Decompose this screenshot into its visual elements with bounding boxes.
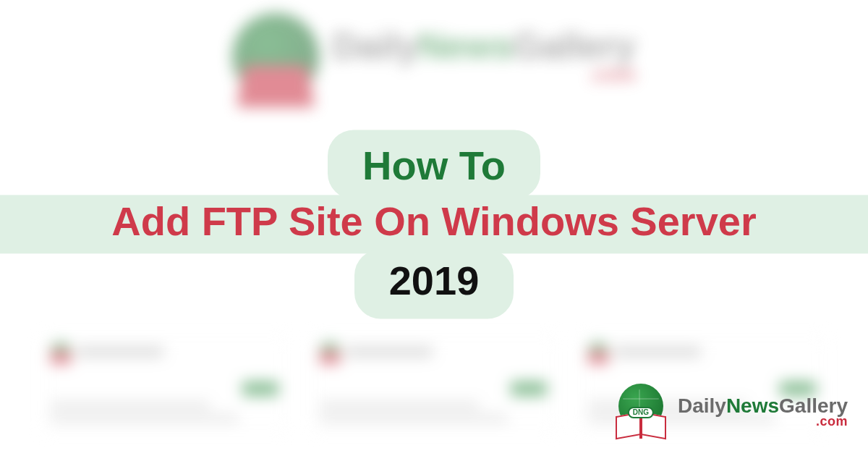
bg-header-logo: DailyNewsGallery .com: [232, 13, 636, 100]
title-card: How To Add FTP Site On Windows Server 20…: [0, 130, 868, 318]
brand-word-news: News: [726, 394, 779, 417]
bg-header-brand-text: DailyNewsGallery .com: [332, 28, 636, 85]
logo-text: DailyNewsGallery .com: [678, 396, 848, 428]
logo-mark: DNG: [613, 384, 669, 440]
title-pill-bottom: 2019: [354, 249, 514, 318]
brand-name: DailyNewsGallery: [678, 396, 848, 416]
book-icon: [588, 351, 608, 364]
book-icon: DNG: [613, 410, 669, 440]
book-icon: [237, 65, 315, 107]
book-icon: [51, 351, 71, 364]
title-band: Add FTP Site On Windows Server: [0, 195, 868, 253]
title-pill-top: How To: [328, 130, 540, 199]
logo-badge: DNG: [628, 407, 654, 418]
bg-card: [312, 337, 556, 431]
brand-word-daily: Daily: [678, 394, 726, 417]
book-icon: [320, 351, 340, 364]
title-line-3: 2019: [389, 261, 480, 301]
title-line-2: Add FTP Site On Windows Server: [0, 200, 868, 243]
title-line-1: How To: [362, 145, 506, 186]
brand-logo: DNG DailyNewsGallery .com: [613, 384, 848, 440]
bg-card: [43, 337, 287, 431]
